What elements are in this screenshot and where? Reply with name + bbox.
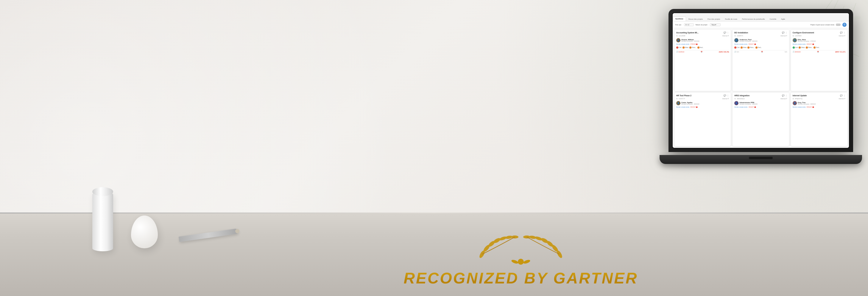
svg-point-26 (523, 259, 531, 264)
tab-synthese[interactable]: Synthèse (673, 17, 686, 21)
card-icon-chat-5: 💬 (782, 94, 785, 97)
user-conn-3: Dernière connexion : 27/04/18 (798, 40, 815, 42)
screen-content: Synthèse Revue des projets Flux des proj… (673, 13, 849, 148)
card-amount-2: N/A (785, 51, 787, 53)
project-card-6[interactable]: Internet Update 💬 ⋮ Id : iPNZAXTQ Intern… (791, 93, 847, 146)
card-date-3: 🕐 30/03/20 (793, 51, 801, 53)
card-date-2: 🕐 N/A (734, 51, 739, 53)
tab-revue[interactable]: Revue des projets (686, 17, 705, 21)
project-card-4[interactable]: HR Tool Phase 2 💬 ⋮ Id : 1A37C7T Interna… (675, 93, 731, 146)
avatar-5: 👤 (734, 101, 739, 105)
card-cat-5: Internal IT (780, 98, 787, 99)
project-card-3[interactable]: Configure Environment 💬 ⋮ Id : 1A37RA3 I… (791, 30, 847, 91)
user-conn-2: Dernière connexion : 06/04/18 (739, 40, 757, 42)
card-icon-cal-3: 📅 (817, 51, 819, 53)
card-id-5: Id : JB2GBUEA (734, 98, 744, 99)
card-report-5: Dernier compte-rendu : 15/12/17 🔴 (734, 107, 787, 108)
sort-label: Trier par : (675, 24, 682, 26)
card-user-2: 👤 Anderson, Paul Dernière connexion : 06… (734, 38, 787, 42)
card-indicators-1: ↓Coût →Délais →Périm... →Tend... (676, 47, 729, 49)
card-icon-cal-2: 📅 (761, 51, 763, 53)
card-user-5: 👤 Administrator PPM Dernière connexion :… (734, 101, 787, 105)
nature-select[interactable]: Tous ▾ (710, 23, 721, 26)
card-user-1: 👤 Alvarez, William Dernière connexion : … (676, 38, 729, 42)
card-id-1: Id : 1A12SNR (676, 35, 685, 37)
svg-point-25 (511, 259, 519, 264)
card-title-6: Internet Update (793, 94, 840, 96)
card-icon-more-1[interactable]: ⋮ (727, 32, 729, 34)
project-card-2[interactable]: BO Installation 💬 ⋮ Id : 1A34FF4 Interna… (733, 30, 789, 91)
tab-feuille[interactable]: Feuille de route (722, 17, 739, 21)
toggle-switch[interactable] (836, 24, 841, 26)
card-id-4: Id : 1A37C7T (676, 98, 685, 99)
gartner-text: RECOGNIZED BY GARTNER (403, 269, 638, 287)
tab-controle[interactable]: Contrôle (767, 17, 779, 21)
project-card-1[interactable]: Accounting System Mi... 💬 ⋮ Id : 1A12SNR… (675, 30, 731, 91)
avatar-2: 👤 (734, 38, 739, 42)
card-id-2: Id : 1A34FF4 (734, 35, 743, 37)
card-user-3: 👤 Ellis, Aline Dernière connexion : 27/0… (793, 38, 845, 42)
card-title-5: HRIS Integration (734, 94, 782, 96)
laptop-body: Synthèse Revue des projets Flux des proj… (669, 9, 853, 152)
card-user-6: 👤 Gray, Tina Dernière connexion : 04/04/… (793, 101, 845, 105)
card-icon-chat-6: 💬 (840, 94, 843, 97)
user-conn-4: Dernière connexion : 06/04/18 (681, 103, 699, 105)
card-icon-chat-1: 💬 (723, 32, 726, 34)
card-title-1: Accounting System Mi... (676, 32, 723, 34)
card-title-2: BO Installation (734, 32, 782, 34)
laurel-svg (473, 228, 568, 275)
nature-label: Nature du projet : (695, 24, 708, 26)
card-report-2: Dernier compte-rendu : 04/12/17 🔴 (734, 43, 787, 45)
card-id-6: Id : iPNZAXTQ (793, 98, 803, 99)
laptop-base (659, 155, 862, 164)
project-card-5[interactable]: HRIS Integration 💬 ⋮ Id : JB2GBUEA Inter… (733, 93, 789, 146)
card-cat-4: Internal IT (722, 98, 729, 99)
screen-tabs: Synthèse Revue des projets Flux des proj… (673, 13, 849, 22)
card-report-6: Dernier compte-rendu : 04/12/17 🔴 (793, 107, 845, 108)
card-cat-1: Internal IT (722, 35, 729, 37)
card-date-1: 🕐 01/05/19 (676, 51, 684, 53)
laurel-section: RECOGNIZED BY GARTNER (446, 228, 595, 287)
laptop-screen: Synthèse Revue des projets Flux des proj… (672, 12, 849, 148)
card-cat-6: Internal IT (839, 98, 845, 99)
tab-agile[interactable]: Agile (779, 17, 787, 21)
card-cat-2: Internal IT (780, 35, 787, 37)
card-user-4: 👤 Carter, Agatha Dernière connexion : 06… (676, 101, 729, 105)
card-amount-3: ($857 311,57) (835, 51, 845, 53)
toggle-label: Projets n'ayant aucun compte-rendu: (810, 24, 835, 26)
cylinder-decoration (92, 192, 113, 251)
card-icon-cal-1: 📅 (701, 51, 703, 53)
search-icon[interactable]: ⚲ (842, 23, 846, 27)
laptop: Synthèse Revue des projets Flux des proj… (669, 9, 853, 164)
avatar-1: 👤 (676, 38, 680, 42)
card-id-3: Id : 1A37RA3 (793, 35, 802, 37)
report-date-1: 27/02/18 (690, 43, 696, 45)
card-indicators-3: ✓Coût →Délais →Périm... →Tend... (793, 47, 845, 49)
card-title-4: HR Tool Phase 2 (676, 94, 723, 96)
card-icon-chat-2: 💬 (782, 32, 785, 34)
card-cat-3: Internal IT (839, 35, 845, 37)
card-report-1: Dernier compte-rendu : 27/02/18 🔴 (676, 43, 729, 45)
card-icon-chat-3: 💬 (840, 32, 843, 34)
tab-flux[interactable]: Flux des projets (705, 17, 722, 21)
card-title-3: Configure Environment (793, 32, 840, 34)
card-amount-1: ($281 618,45) (719, 51, 729, 53)
tab-performances[interactable]: Performances du portefeuille (740, 17, 767, 21)
card-icon-more-4[interactable]: ⋮ (727, 94, 729, 97)
card-indicators-2: ↓Coût →Délais →Périm... →Tend... (734, 47, 787, 49)
card-icon-more-3[interactable]: ⋮ (843, 32, 845, 34)
user-conn-1: Dernière connexion : 25/04/18 (681, 40, 699, 42)
user-conn-5: Dernière connexion : 03/02/18 (739, 103, 757, 105)
svg-point-24 (518, 259, 524, 265)
card-report-4: Dernier compte-rendu : 04/12/17 🔴 (676, 107, 729, 108)
card-icon-chat-4: 💬 (723, 94, 726, 97)
card-icon-more-2[interactable]: ⋮ (785, 32, 787, 34)
card-icon-more-5[interactable]: ⋮ (785, 94, 787, 97)
avatar-3: 👤 (793, 38, 797, 42)
card-icon-more-6[interactable]: ⋮ (843, 94, 845, 97)
cards-grid: Accounting System Mi... 💬 ⋮ Id : 1A12SNR… (673, 28, 849, 148)
card-report-3: Dernier compte-rendu : 04/12/17 🔴 (793, 43, 845, 45)
screen-toolbar: Trier par : A > Z Nature du projet : Tou… (673, 22, 849, 28)
sort-select[interactable]: A > Z (684, 23, 694, 26)
avatar-6: 👤 (793, 101, 797, 105)
